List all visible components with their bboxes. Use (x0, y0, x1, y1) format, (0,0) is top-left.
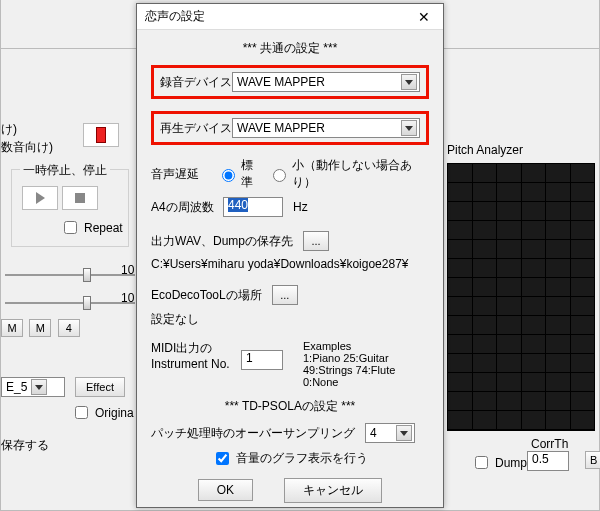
left-cutoff-text-2: 数音向け) (1, 139, 53, 156)
playback-device-label: 再生デバイス (160, 120, 232, 137)
dump-label: Dump (495, 456, 527, 470)
volgraph-row: 音量のグラフ表示を行う (151, 449, 429, 468)
midi-examples-2: 49:Strings 74:Flute (303, 364, 395, 376)
play-icon (36, 192, 45, 204)
save-label: 保存する (1, 437, 49, 454)
delay-standard-label: 標準 (241, 157, 261, 191)
record-device-row: 録音デバイス WAVE MAPPER (151, 65, 429, 99)
midi-examples-3: 0:None (303, 376, 395, 388)
outpath-value: C:¥Users¥miharu yoda¥Downloads¥koigoe287… (151, 257, 429, 271)
a4-unit: Hz (293, 200, 308, 214)
delay-label: 音声遅延 (151, 166, 217, 183)
dialog-body: *** 共通の設定 *** 録音デバイス WAVE MAPPER 再生デバイス … (137, 30, 443, 509)
left-cutoff-text-1: け) (1, 121, 17, 138)
original-checkbox[interactable]: Origina (71, 403, 134, 422)
record-device-label: 録音デバイス (160, 74, 232, 91)
delay-small-label: 小（動作しない場合あり） (292, 157, 421, 191)
record-button[interactable] (83, 123, 119, 147)
a4-label: A4の周波数 (151, 199, 223, 216)
oversample-select[interactable]: 4 (365, 423, 415, 443)
pause-button[interactable] (22, 186, 58, 210)
chevron-down-icon (401, 120, 417, 136)
slider-2[interactable] (5, 287, 135, 319)
memory-button-2[interactable]: M (29, 319, 51, 337)
record-device-select[interactable]: WAVE MAPPER (232, 72, 420, 92)
oversample-value: 4 (370, 426, 377, 440)
settings-dialog: 恋声の設定 ✕ *** 共通の設定 *** 録音デバイス WAVE MAPPER… (136, 3, 444, 508)
tdpsola-section-title: *** TD-PSOLAの設定 *** (151, 398, 429, 415)
close-icon: ✕ (418, 9, 430, 25)
effect-button[interactable]: Effect (75, 377, 125, 397)
repeat-label: Repeat (84, 221, 123, 235)
record-icon (96, 127, 106, 143)
playback-device-value: WAVE MAPPER (237, 121, 325, 135)
pitch-analyzer-grid (447, 163, 595, 431)
midi-examples-1: 1:Piano 25:Guitar (303, 352, 395, 364)
volgraph-checkbox[interactable]: 音量のグラフ表示を行う (212, 449, 368, 468)
close-button[interactable]: ✕ (409, 6, 439, 28)
a4-row: A4の周波数 440 Hz (151, 197, 429, 217)
playback-device-row: 再生デバイス WAVE MAPPER (151, 111, 429, 145)
oversample-label: パッチ処理時のオーバーサンプリング (151, 425, 355, 442)
playback-group: 一時停止、停止 Repeat (11, 169, 129, 247)
midi-instrument-input[interactable]: 1 (241, 350, 283, 370)
outpath-label: 出力WAV、Dumpの保存先 (151, 233, 293, 250)
eco-value: 設定なし (151, 311, 429, 328)
b-button[interactable]: B (585, 451, 600, 469)
delay-standard-radio[interactable]: 標準 (217, 157, 261, 191)
a4-value: 440 (228, 198, 248, 212)
eco-row: EcoDecoTooLの場所 ... (151, 285, 429, 305)
midi-label-2: Instrument No. (151, 357, 241, 371)
record-device-value: WAVE MAPPER (237, 75, 325, 89)
original-label: Origina (95, 406, 134, 420)
dump-checkbox[interactable]: Dump (471, 453, 527, 472)
pitch-analyzer-title: Pitch Analyzer (447, 143, 523, 157)
preset-select-value: E_5 (6, 380, 27, 394)
ok-button[interactable]: OK (198, 479, 253, 501)
eco-label: EcoDecoTooLの場所 (151, 287, 262, 304)
dialog-footer: OK キャンセル (151, 478, 429, 503)
chevron-down-icon (401, 74, 417, 90)
corrth-label: CorrTh (531, 437, 568, 451)
midi-examples-header: Examples (303, 340, 395, 352)
repeat-checkbox[interactable]: Repeat (60, 218, 123, 237)
outpath-row: 出力WAV、Dumpの保存先 ... (151, 231, 429, 251)
oversample-row: パッチ処理時のオーバーサンプリング 4 (151, 423, 429, 443)
corrth-input[interactable]: 0.5 (527, 451, 569, 471)
stop-button[interactable] (62, 186, 98, 210)
midi-row: MIDI出力の Instrument No. 1 Examples 1:Pian… (151, 340, 429, 388)
preset-select[interactable]: E_5 (1, 377, 65, 397)
memory-button-1[interactable]: M (1, 319, 23, 337)
eco-browse-button[interactable]: ... (272, 285, 298, 305)
common-section-title: *** 共通の設定 *** (151, 40, 429, 57)
stop-icon (75, 193, 85, 203)
a4-input[interactable]: 440 (223, 197, 283, 217)
playback-group-title: 一時停止、停止 (20, 162, 110, 179)
outpath-browse-button[interactable]: ... (303, 231, 329, 251)
dialog-title: 恋声の設定 (145, 8, 205, 25)
delay-row: 音声遅延 標準 小（動作しない場合あり） (151, 157, 429, 191)
memory-button-4[interactable]: 4 (58, 319, 80, 337)
chevron-down-icon (31, 379, 47, 395)
volgraph-label: 音量のグラフ表示を行う (236, 450, 368, 467)
chevron-down-icon (396, 425, 412, 441)
playback-device-select[interactable]: WAVE MAPPER (232, 118, 420, 138)
midi-label-1: MIDI出力の (151, 340, 241, 357)
cancel-button[interactable]: キャンセル (284, 478, 382, 503)
slider-1-value: 10 (121, 263, 134, 277)
dialog-titlebar: 恋声の設定 ✕ (137, 4, 443, 30)
delay-small-radio[interactable]: 小（動作しない場合あり） (268, 157, 421, 191)
slider-2-value: 10 (121, 291, 134, 305)
